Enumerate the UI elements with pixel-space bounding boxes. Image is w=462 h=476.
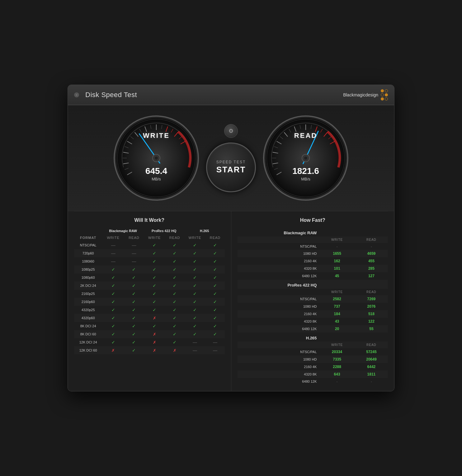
how-fast-panel: How Fast? Blackmagic RAWWRITEREADNTSC/PA… [231, 211, 394, 391]
cell: ✓ [124, 322, 144, 330]
cell: ✗ [144, 346, 165, 354]
speed-col-headers: WRITEREAD [238, 236, 388, 243]
cell: ✓ [102, 273, 124, 282]
speed-read-val: 285 [355, 265, 388, 272]
row-format-label: 8K DCI 60 [74, 330, 102, 338]
cell: ✓ [124, 282, 144, 290]
compat-row: 1080p25 ✓ ✓ ✓ ✓ ✓ ✓ [74, 265, 225, 273]
speed-col-headers: WRITEREAD [238, 289, 388, 295]
speed-row: NTSC/PAL2033457245 [238, 348, 388, 356]
speed-row-label: 4320 8K [238, 265, 319, 272]
speed-write-val: 2582 [319, 295, 355, 303]
speed-row-label: NTSC/PAL [238, 295, 319, 303]
prores-write-header: WRITE [144, 234, 165, 241]
speed-row: 2160 4K22886442 [238, 363, 388, 371]
speed-write-val: 184 [319, 310, 355, 318]
speed-row-label: 1080 HD [238, 356, 319, 363]
cell: — [124, 241, 144, 249]
speed-row-label: 2160 4K [238, 363, 319, 371]
speed-row: 1080 HD733520649 [238, 356, 388, 363]
cell: — [124, 257, 144, 265]
speed-row: NTSC/PAL-- [238, 243, 388, 250]
cell: ✓ [184, 257, 206, 265]
row-format-label: 4320p60 [74, 314, 102, 322]
speed-write-val: 162 [319, 257, 355, 265]
compat-header-groups: Blackmagic RAW ProRes 422 HQ H.265 [74, 227, 225, 234]
logo-dot-3 [381, 93, 384, 96]
cell: ✓ [184, 241, 206, 249]
cell: ✓ [184, 249, 206, 257]
svg-point-53 [304, 156, 308, 160]
cell: ✓ [184, 290, 206, 298]
cell: ✓ [124, 338, 144, 346]
cell: ✗ [144, 314, 165, 322]
cell: ✓ [165, 282, 184, 290]
cell: ✓ [165, 306, 184, 314]
speed-section-name: Blackmagic RAW [238, 227, 319, 236]
cell: ✓ [102, 306, 124, 314]
read-label: READ [294, 132, 317, 140]
window-title: Disk Speed Test [85, 91, 137, 99]
speed-read-val: - [355, 243, 388, 250]
speed-read-val: 455 [355, 257, 388, 265]
cell: ✓ [124, 330, 144, 338]
start-button[interactable]: SPEED TEST START [206, 142, 256, 192]
speed-row-label: 2160 4K [238, 257, 319, 265]
close-button[interactable]: × [74, 92, 79, 97]
row-format-label: 8K DCI 24 [74, 322, 102, 330]
speed-read-val: 122 [355, 318, 388, 325]
speed-row: 1080 HD7372076 [238, 303, 388, 310]
cell: — [205, 338, 224, 346]
speed-row: 2160 4K162455 [238, 257, 388, 265]
speed-row-label: 2160 4K [238, 310, 319, 318]
prores-group-header: ProRes 422 HQ [144, 227, 184, 234]
gauges-section: WRITE 645.4 MB/s ⚙ SPEED TEST START [68, 105, 394, 211]
cell: ✓ [184, 298, 206, 306]
speed-read-val: 518 [355, 310, 388, 318]
speed-read-val: 2076 [355, 303, 388, 310]
write-col-header: WRITE [319, 236, 355, 243]
cell: ✓ [184, 314, 206, 322]
speed-row-label: 1080 HD [238, 250, 319, 257]
speed-row: 4320 8K101285 [238, 265, 388, 272]
cell: ✓ [165, 249, 184, 257]
logo-dot-6 [385, 97, 388, 100]
speed-section-header: H.265 [238, 333, 388, 342]
speed-read-col-hdr [355, 333, 388, 342]
cell: — [102, 249, 124, 257]
cell: ✓ [144, 273, 165, 282]
compat-row: 4320p60 ✓ ✓ ✗ ✓ ✓ ✓ [74, 314, 225, 322]
bmraw-write-header: WRITE [102, 234, 124, 241]
compat-row: 8K DCI 60 ✓ ✓ ✗ ✓ ✓ ✓ [74, 330, 225, 338]
center-controls: ⚙ SPEED TEST START [200, 124, 262, 192]
cell: ✓ [165, 314, 184, 322]
cell: — [184, 346, 206, 354]
speed-write-val: 7335 [319, 356, 355, 363]
start-sub-label: SPEED TEST [216, 160, 246, 164]
read-speed-unit: MB/s [292, 177, 319, 181]
settings-button[interactable]: ⚙ [224, 124, 238, 138]
cell: ✗ [165, 346, 184, 354]
compat-row: 12K DCI 60 ✗ ✓ ✗ ✗ — — [74, 346, 225, 354]
logo-text: Blackmagicdesign [343, 92, 378, 97]
svg-point-26 [154, 156, 158, 160]
write-gauge-svg [113, 114, 200, 202]
cell: ✓ [165, 290, 184, 298]
write-gauge: WRITE 645.4 MB/s [113, 114, 200, 202]
cell: ✓ [205, 306, 224, 314]
cell: ✗ [144, 330, 165, 338]
cell: ✓ [184, 330, 206, 338]
cell: ✓ [144, 265, 165, 273]
speed-row-label: 4320 8K [238, 318, 319, 325]
compat-row: 12K DCI 24 ✓ ✓ ✗ ✓ — — [74, 338, 225, 346]
cell: ✓ [165, 338, 184, 346]
cell: ✓ [144, 257, 165, 265]
speed-col-headers: WRITEREAD [238, 342, 388, 348]
speed-write-val: 2288 [319, 363, 355, 371]
compat-row: 1080p60 ✓ ✓ ✓ ✓ ✓ ✓ [74, 273, 225, 282]
cell: ✓ [124, 290, 144, 298]
cell: ✗ [144, 338, 165, 346]
compat-row: 2160p25 ✓ ✓ ✓ ✓ ✓ ✓ [74, 290, 225, 298]
row-format-label: 720p60 [74, 249, 102, 257]
speed-row: 6480 12K2055 [238, 325, 388, 333]
